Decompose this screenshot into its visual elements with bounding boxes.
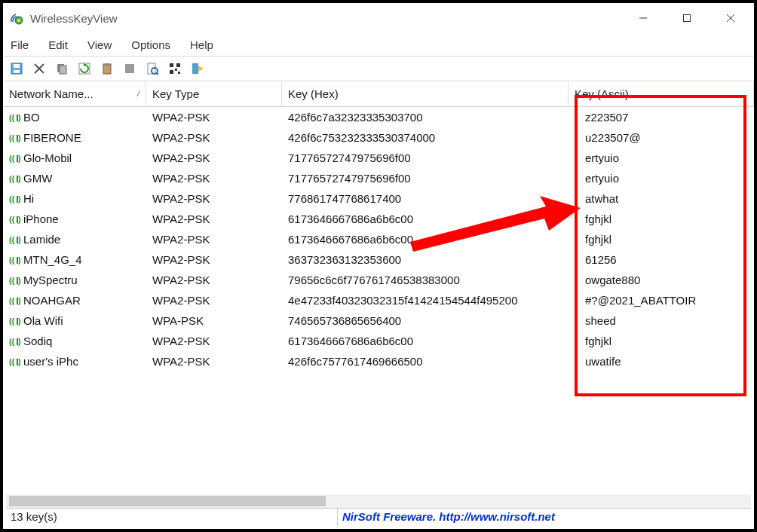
table-row[interactable]: (()SodiqWPA2-PSK6173646667686a6b6c00fghj… bbox=[3, 331, 754, 351]
copy-button[interactable] bbox=[53, 60, 71, 78]
menu-file[interactable]: File bbox=[9, 37, 30, 53]
cell-network-name: (()user's iPhc bbox=[3, 355, 146, 368]
cell-network-name: (()FIBERONE bbox=[3, 131, 146, 144]
save-button[interactable] bbox=[8, 60, 26, 78]
delete-button[interactable] bbox=[30, 60, 48, 78]
wifi-icon: (() bbox=[9, 275, 21, 286]
refresh-icon bbox=[78, 62, 91, 75]
cell-key-type: WPA2-PSK bbox=[146, 253, 282, 266]
app-icon bbox=[9, 11, 24, 26]
window-buttons bbox=[621, 3, 752, 33]
horizontal-scrollbar[interactable] bbox=[6, 494, 751, 508]
cell-key-type: WPA2-PSK bbox=[146, 131, 282, 144]
status-bar: 13 key(s) NirSoft Freeware. http://www.n… bbox=[6, 508, 751, 526]
cell-network-name: (()Lamide bbox=[3, 233, 146, 246]
table-row[interactable]: (()FIBERONEWPA2-PSK426f6c753232333530374… bbox=[3, 127, 754, 148]
paste-button[interactable] bbox=[98, 60, 116, 78]
exit-button[interactable] bbox=[188, 60, 207, 78]
title-bar: WirelessKeyView bbox=[3, 3, 754, 33]
network-name-text: BO bbox=[23, 111, 40, 124]
properties-button[interactable] bbox=[143, 60, 161, 78]
column-header-key-ascii[interactable]: Key (Ascii) bbox=[569, 81, 754, 106]
network-name-text: Glo-Mobil bbox=[23, 151, 72, 164]
wifi-icon: (() bbox=[9, 316, 21, 326]
table-row[interactable]: (()user's iPhcWPA2-PSK426f6c757761746966… bbox=[3, 351, 754, 371]
cell-key-hex: 4e47233f40323032315f41424154544f495200 bbox=[282, 294, 569, 307]
cell-key-ascii: fghjkl bbox=[569, 233, 754, 246]
menu-options[interactable]: Options bbox=[130, 37, 172, 53]
wifi-icon: (() bbox=[9, 153, 21, 164]
svg-text:): ) bbox=[18, 215, 21, 224]
cell-network-name: (()NOAHGAR bbox=[3, 294, 146, 307]
refresh-button[interactable] bbox=[75, 60, 93, 78]
svg-rect-26 bbox=[192, 63, 198, 74]
save-icon bbox=[10, 62, 23, 75]
close-icon bbox=[726, 14, 735, 23]
table-row[interactable]: (()NOAHGARWPA2-PSK4e47233f40323032315f41… bbox=[3, 290, 754, 310]
wifi-icon: (() bbox=[9, 133, 21, 143]
svg-text:((: (( bbox=[9, 133, 15, 142]
cell-key-type: WPA2-PSK bbox=[146, 172, 282, 185]
column-header-key-type[interactable]: Key Type bbox=[146, 81, 282, 106]
status-credits: NirSoft Freeware. http://www.nirsoft.net bbox=[338, 509, 751, 526]
svg-text:): ) bbox=[18, 133, 21, 142]
table-row[interactable]: (()HiWPA2-PSK77686174776861740​0atwhat bbox=[3, 188, 754, 209]
clipboard-icon bbox=[100, 62, 114, 75]
table-row[interactable]: (()Ola WifiWPA-PSK74656573686565640​0she… bbox=[3, 310, 754, 331]
menu-view[interactable]: View bbox=[86, 37, 113, 53]
column-header-network-name[interactable]: Network Name... ⁄ bbox=[3, 81, 146, 106]
cell-network-name: (()Sodiq bbox=[3, 335, 146, 347]
list-view[interactable]: Network Name... ⁄ Key Type Key (Hex) Key… bbox=[3, 81, 754, 494]
cell-key-ascii: ertyuio bbox=[569, 172, 754, 185]
cell-key-hex: 6173646667686a6b6c00 bbox=[282, 233, 569, 246]
cell-key-type: WPA2-PSK bbox=[146, 212, 282, 225]
network-name-text: FIBERONE bbox=[23, 131, 81, 144]
qrcode-button[interactable] bbox=[166, 60, 184, 78]
table-row[interactable]: (()Glo-MobilWPA2-PSK71776572747975696f00… bbox=[3, 148, 754, 168]
cell-key-hex: 426f6c7a32323335303700 bbox=[282, 111, 569, 124]
table-row[interactable]: (()BOWPA2-PSK426f6c7a32323335303700z2235… bbox=[3, 107, 754, 127]
cell-key-ascii: fghjkl bbox=[569, 212, 754, 225]
cell-network-name: (()MTN_4G_4 bbox=[3, 253, 146, 266]
table-row[interactable]: (()MySpectruWPA2-PSK79656c6c6f7767617465… bbox=[3, 270, 754, 290]
svg-text:((: (( bbox=[9, 296, 15, 305]
wifi-icon: (() bbox=[9, 173, 21, 184]
cell-key-hex: 6173646667686a6b6c00 bbox=[282, 335, 569, 347]
cell-key-ascii: 61256 bbox=[569, 253, 754, 266]
sort-indicator-icon: ⁄ bbox=[138, 90, 139, 98]
cell-key-type: WPA-PSK bbox=[146, 314, 282, 327]
cell-key-type: WPA2-PSK bbox=[146, 111, 282, 124]
cell-key-hex: 426f6c757761746966650​0 bbox=[282, 355, 569, 368]
svg-text:): ) bbox=[18, 357, 21, 366]
network-name-text: Ola Wifi bbox=[23, 314, 63, 327]
svg-text:((: (( bbox=[9, 255, 15, 264]
svg-rect-8 bbox=[14, 70, 20, 73]
svg-text:): ) bbox=[18, 235, 21, 244]
cell-key-ascii: ertyuio bbox=[569, 151, 754, 164]
svg-text:((: (( bbox=[9, 276, 15, 285]
svg-text:): ) bbox=[18, 255, 21, 264]
column-header-key-hex[interactable]: Key (Hex) bbox=[282, 81, 569, 106]
menu-edit[interactable]: Edit bbox=[47, 37, 69, 53]
cell-key-ascii: sheed bbox=[569, 314, 754, 327]
svg-rect-7 bbox=[14, 64, 20, 68]
minimize-button[interactable] bbox=[621, 3, 665, 33]
svg-rect-3 bbox=[684, 15, 691, 22]
table-row[interactable]: (()MTN_4G_4WPA2-PSK363732363132353600612… bbox=[3, 249, 754, 270]
status-item-count: 13 key(s) bbox=[6, 509, 338, 526]
table-row[interactable]: (()GMWWPA2-PSK71776572747975696f00ertyui… bbox=[3, 168, 754, 188]
table-row[interactable]: (()iPhoneWPA2-PSK6173646667686a6b6c00fgh… bbox=[3, 209, 754, 229]
cell-key-hex: 426f6c753232333530374000 bbox=[282, 131, 569, 144]
table-row[interactable]: (()LamideWPA2-PSK6173646667686a6b6c00fgh… bbox=[3, 229, 754, 249]
cell-key-type: WPA2-PSK bbox=[146, 151, 282, 164]
horizontal-scrollbar-thumb[interactable] bbox=[9, 496, 326, 506]
svg-text:): ) bbox=[18, 154, 21, 163]
stop-button[interactable] bbox=[121, 60, 139, 78]
maximize-button[interactable] bbox=[665, 3, 709, 33]
svg-text:((: (( bbox=[9, 235, 15, 244]
cell-key-ascii: u223507@ bbox=[569, 131, 754, 144]
close-button[interactable] bbox=[709, 3, 752, 33]
window-title: WirelessKeyView bbox=[30, 12, 621, 25]
menu-help[interactable]: Help bbox=[188, 37, 215, 53]
rows-container: (()BOWPA2-PSK426f6c7a32323335303700z2235… bbox=[3, 107, 754, 371]
